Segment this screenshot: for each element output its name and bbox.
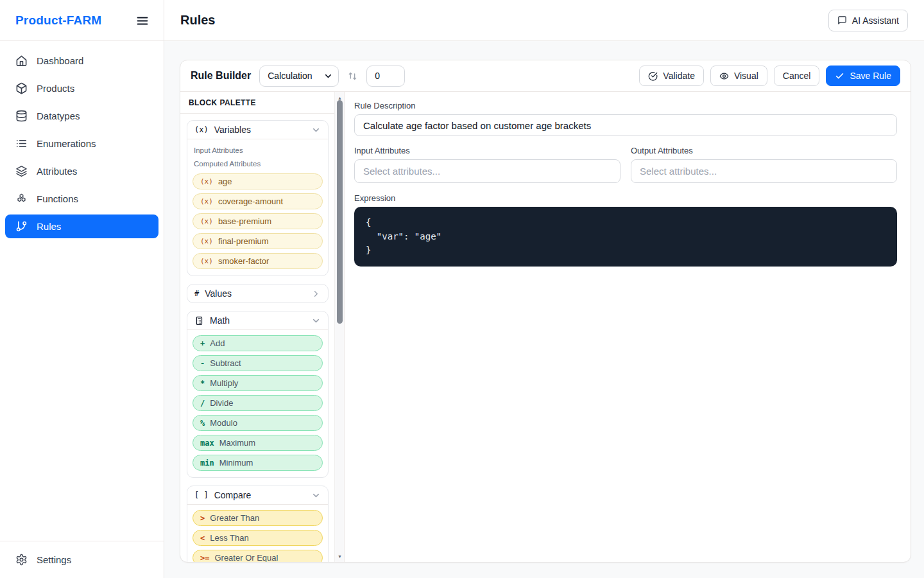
home-icon bbox=[15, 55, 28, 67]
sidebar-item-enumerations[interactable]: Enumerations bbox=[5, 132, 158, 155]
hexagons-icon bbox=[15, 193, 28, 205]
block-label: Greater Than bbox=[210, 513, 259, 523]
rule-type-select[interactable]: Calculation bbox=[259, 66, 339, 87]
palette-scrollbar[interactable]: ▲ ▼ bbox=[334, 92, 344, 562]
sidebar-item-dashboard[interactable]: Dashboard bbox=[5, 49, 158, 73]
priority-input[interactable] bbox=[366, 66, 405, 87]
block-label: Modulo bbox=[210, 418, 237, 428]
palette-block-subtract[interactable]: -Subtract bbox=[193, 355, 323, 371]
block-operator: (x) bbox=[200, 257, 213, 265]
chevron-down-icon bbox=[311, 491, 321, 500]
block-label: Add bbox=[210, 338, 225, 348]
palette-section-values: #Values bbox=[187, 284, 329, 303]
block-label: base-premium bbox=[218, 216, 271, 226]
ai-assistant-button[interactable]: AI Assistant bbox=[828, 10, 908, 31]
calculator-icon bbox=[194, 316, 204, 326]
palette-block-greater-than[interactable]: >Greater Than bbox=[193, 510, 323, 526]
block-operator: + bbox=[200, 339, 205, 348]
git-branch-icon bbox=[15, 220, 28, 232]
palette-block-multiply[interactable]: *Multiply bbox=[193, 375, 323, 391]
block-operator: < bbox=[200, 534, 205, 543]
block-operator: >= bbox=[200, 554, 209, 563]
rule-description-input[interactable] bbox=[354, 114, 897, 136]
block-operator: > bbox=[200, 514, 205, 523]
gear-icon bbox=[15, 554, 28, 566]
expression-code[interactable]: { "var": "age" } bbox=[354, 207, 897, 267]
sidebar-item-label: Settings bbox=[37, 554, 71, 565]
variables-glyph-icon: (x) bbox=[194, 125, 209, 134]
rule-builder-card: Rule Builder Calculation Validate bbox=[180, 60, 911, 563]
app-logo: Product-FARM bbox=[15, 13, 101, 28]
block-operator: / bbox=[200, 399, 205, 408]
sidebar-item-label: Enumerations bbox=[37, 138, 96, 149]
palette-section-header-compare[interactable]: [ ]Compare bbox=[187, 486, 328, 504]
block-label: final-premium bbox=[218, 236, 269, 246]
package-icon bbox=[15, 82, 28, 94]
validate-button[interactable]: Validate bbox=[639, 66, 704, 86]
palette-block-base-premium[interactable]: (x)base-premium bbox=[193, 213, 323, 229]
compare-glyph-icon: [ ] bbox=[194, 491, 209, 500]
sidebar-nav: DashboardProductsDatatypesEnumerationsAt… bbox=[0, 41, 164, 541]
scrollbar-thumb[interactable] bbox=[337, 100, 343, 324]
block-label: Greater Or Equal bbox=[214, 553, 278, 562]
expression-label: Expression bbox=[354, 193, 897, 203]
block-label: coverage-amount bbox=[218, 197, 283, 206]
block-operator: (x) bbox=[200, 237, 213, 245]
chevron-right-icon bbox=[311, 289, 321, 299]
block-operator: (x) bbox=[200, 177, 213, 186]
palette-block-greater-or-equal[interactable]: >=Greater Or Equal bbox=[193, 550, 323, 562]
palette-block-modulo[interactable]: %Modulo bbox=[193, 415, 323, 431]
hamburger-menu-icon[interactable] bbox=[135, 13, 150, 28]
scrollbar-down-arrow[interactable]: ▼ bbox=[335, 552, 345, 561]
block-operator: max bbox=[200, 439, 214, 448]
palette-block-maximum[interactable]: maxMaximum bbox=[193, 435, 323, 451]
palette-section-label: Values bbox=[205, 288, 232, 299]
block-label: age bbox=[218, 177, 232, 186]
output-attributes-select[interactable] bbox=[631, 159, 897, 183]
palette-section-variables: (x)VariablesInput AttributesComputed Att… bbox=[187, 120, 329, 276]
sidebar-item-label: Products bbox=[37, 83, 74, 94]
page-title: Rules bbox=[180, 13, 215, 28]
chat-bubble-icon bbox=[837, 15, 847, 25]
visual-button[interactable]: Visual bbox=[710, 66, 767, 86]
palette-block-divide[interactable]: /Divide bbox=[193, 395, 323, 411]
palette-block-less-than[interactable]: <Less Than bbox=[193, 530, 323, 546]
palette-section-header-values[interactable]: #Values bbox=[187, 285, 328, 302]
palette-section-label: Compare bbox=[214, 490, 252, 500]
cancel-button[interactable]: Cancel bbox=[774, 66, 820, 86]
sidebar-header: Product-FARM bbox=[0, 0, 164, 41]
content-area: Rule Builder Calculation Validate bbox=[164, 41, 924, 578]
palette-block-final-premium[interactable]: (x)final-premium bbox=[193, 233, 323, 249]
block-label: Divide bbox=[210, 398, 233, 408]
block-operator: (x) bbox=[200, 217, 213, 225]
check-circle-icon bbox=[648, 71, 658, 81]
sidebar-item-products[interactable]: Products bbox=[5, 76, 158, 100]
block-palette-title: BLOCK PALETTE bbox=[180, 92, 335, 114]
sort-priority-icon bbox=[347, 71, 358, 82]
check-icon bbox=[835, 71, 844, 81]
input-attributes-select[interactable] bbox=[354, 159, 620, 183]
sidebar-item-datatypes[interactable]: Datatypes bbox=[5, 104, 158, 128]
palette-section-header-variables[interactable]: (x)Variables bbox=[187, 121, 328, 139]
save-rule-button[interactable]: Save Rule bbox=[826, 66, 900, 86]
palette-block-add[interactable]: +Add bbox=[193, 335, 323, 351]
palette-block-age[interactable]: (x)age bbox=[193, 173, 323, 189]
block-palette: BLOCK PALETTE (x)VariablesInput Attribut… bbox=[180, 92, 345, 562]
sidebar-item-settings[interactable]: Settings bbox=[5, 548, 158, 572]
palette-block-smoker-factor[interactable]: (x)smoker-factor bbox=[193, 253, 323, 269]
sidebar-item-rules[interactable]: Rules bbox=[5, 215, 158, 238]
block-operator: (x) bbox=[200, 197, 213, 206]
list-icon bbox=[15, 137, 28, 150]
palette-block-minimum[interactable]: minMinimum bbox=[193, 455, 323, 471]
palette-block-coverage-amount[interactable]: (x)coverage-amount bbox=[193, 193, 323, 209]
sidebar-item-attributes[interactable]: Attributes bbox=[5, 159, 158, 183]
sidebar-item-label: Functions bbox=[37, 193, 78, 204]
block-operator: % bbox=[200, 419, 205, 428]
sidebar-item-functions[interactable]: Functions bbox=[5, 187, 158, 211]
block-label: smoker-factor bbox=[218, 256, 269, 266]
block-label: Maximum bbox=[219, 438, 255, 448]
palette-section-header-math[interactable]: Math bbox=[187, 311, 328, 329]
block-label: Less Than bbox=[210, 533, 248, 543]
sidebar-footer: Settings bbox=[0, 541, 164, 578]
eye-icon bbox=[719, 71, 729, 81]
